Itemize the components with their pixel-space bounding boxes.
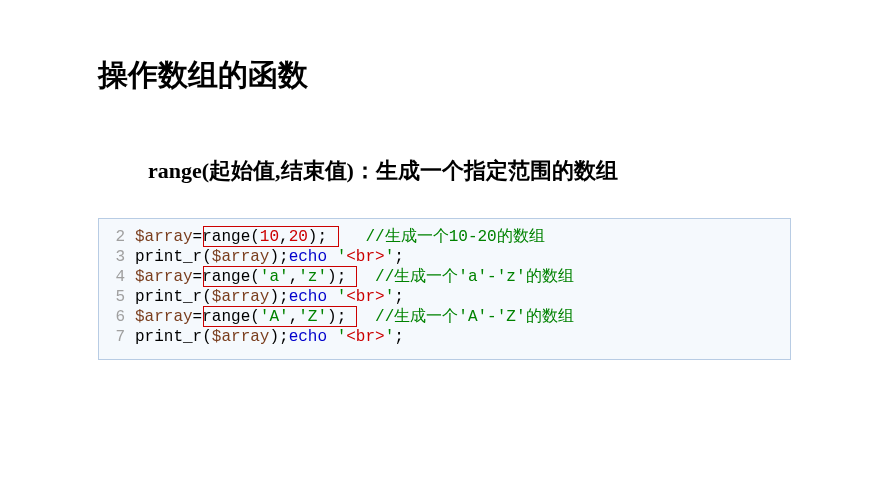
- code-token: ': [385, 328, 395, 346]
- code-line: 7print_r($array);echo '<br>';: [99, 327, 790, 347]
- section-subheading: range(起始值,结束值)：生成一个指定范围的数组: [148, 156, 618, 186]
- code-token: (: [202, 248, 212, 266]
- code-token: //生成一个'A'-'Z'的数组: [375, 308, 573, 326]
- code-token: [346, 268, 375, 286]
- code-token: $array: [212, 328, 270, 346]
- code-token: (: [250, 308, 260, 326]
- line-number: 5: [99, 287, 135, 307]
- code-token: ;: [394, 248, 404, 266]
- code-token: range: [202, 268, 250, 286]
- code-token: range: [202, 308, 250, 326]
- code-token: (: [202, 288, 212, 306]
- code-token: );: [327, 268, 346, 286]
- code-content: $array=range('A','Z'); //生成一个'A'-'Z'的数组: [135, 307, 790, 327]
- code-token: 'Z': [298, 308, 327, 326]
- separator: ：: [354, 158, 376, 183]
- code-token: <br>: [346, 328, 384, 346]
- code-content: $array=range('a','z'); //生成一个'a'-'z'的数组: [135, 267, 790, 287]
- code-token: );: [308, 228, 327, 246]
- code-token: );: [269, 248, 288, 266]
- code-token: (: [202, 328, 212, 346]
- code-token: );: [269, 328, 288, 346]
- code-block: 2$array=range(10,20); //生成一个10-20的数组3pri…: [98, 218, 791, 360]
- code-token: $array: [212, 288, 270, 306]
- code-token: 'a': [260, 268, 289, 286]
- code-line: 5print_r($array);echo '<br>';: [99, 287, 790, 307]
- code-token: [327, 288, 337, 306]
- code-token: );: [327, 308, 346, 326]
- code-token: echo: [289, 248, 327, 266]
- code-token: ': [337, 248, 347, 266]
- line-number: 6: [99, 307, 135, 327]
- function-signature: range(起始值,结束值): [148, 158, 354, 183]
- code-token: =: [193, 228, 203, 246]
- code-token: ': [337, 288, 347, 306]
- code-token: echo: [289, 288, 327, 306]
- code-token: [327, 328, 337, 346]
- code-line: 3print_r($array);echo '<br>';: [99, 247, 790, 267]
- code-token: ;: [394, 328, 404, 346]
- code-token: (: [250, 268, 260, 286]
- code-token: print_r: [135, 248, 202, 266]
- code-token: (: [250, 228, 260, 246]
- code-token: $array: [135, 268, 193, 286]
- code-token: $array: [212, 248, 270, 266]
- code-token: ': [385, 288, 395, 306]
- code-token: ': [337, 328, 347, 346]
- code-token: ,: [289, 308, 299, 326]
- code-token: print_r: [135, 328, 202, 346]
- code-token: 'A': [260, 308, 289, 326]
- code-token: ,: [289, 268, 299, 286]
- code-content: print_r($array);echo '<br>';: [135, 327, 790, 347]
- code-content: $array=range(10,20); //生成一个10-20的数组: [135, 227, 790, 247]
- code-token: print_r: [135, 288, 202, 306]
- code-content: print_r($array);echo '<br>';: [135, 287, 790, 307]
- code-token: $array: [135, 228, 193, 246]
- code-token: 'z': [298, 268, 327, 286]
- code-content: print_r($array);echo '<br>';: [135, 247, 790, 267]
- code-token: //生成一个10-20的数组: [365, 228, 544, 246]
- code-token: ,: [279, 228, 289, 246]
- code-token: [327, 228, 365, 246]
- code-token: $array: [135, 308, 193, 326]
- code-token: range: [202, 228, 250, 246]
- code-token: =: [193, 308, 203, 326]
- code-token: =: [193, 268, 203, 286]
- code-line: 2$array=range(10,20); //生成一个10-20的数组: [99, 227, 790, 247]
- code-token: ': [385, 248, 395, 266]
- code-token: 10: [260, 228, 279, 246]
- page-heading: 操作数组的函数: [98, 55, 308, 96]
- line-number: 7: [99, 327, 135, 347]
- function-description: 生成一个指定范围的数组: [376, 158, 618, 183]
- code-token: );: [269, 288, 288, 306]
- code-token: echo: [289, 328, 327, 346]
- code-token: [346, 308, 375, 326]
- line-number: 4: [99, 267, 135, 287]
- code-line: 4$array=range('a','z'); //生成一个'a'-'z'的数组: [99, 267, 790, 287]
- line-number: 3: [99, 247, 135, 267]
- code-token: ;: [394, 288, 404, 306]
- code-token: <br>: [346, 248, 384, 266]
- code-token: <br>: [346, 288, 384, 306]
- line-number: 2: [99, 227, 135, 247]
- code-token: //生成一个'a'-'z'的数组: [375, 268, 573, 286]
- code-token: [327, 248, 337, 266]
- code-token: 20: [289, 228, 308, 246]
- code-line: 6$array=range('A','Z'); //生成一个'A'-'Z'的数组: [99, 307, 790, 327]
